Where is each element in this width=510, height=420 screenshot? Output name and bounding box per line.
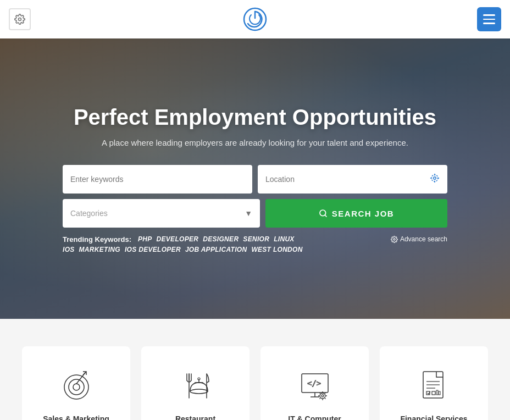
category-sales-marketing-label: Sales & Marketing [43,415,109,420]
category-financial-services[interactable]: Financial Services [380,346,488,420]
svg-point-0 [19,18,21,21]
search-area: Categories Sales & Marketing Restaurant … [63,165,447,228]
svg-point-12 [64,375,88,399]
svg-point-4 [431,175,438,181]
hero-section: Perfect Employment Opportunities A place… [0,38,510,319]
svg-line-37 [325,398,325,399]
category-it-computer[interactable]: </> IT & Computer [260,346,369,420]
svg-rect-48 [436,390,438,395]
svg-text:</>: </> [307,379,321,388]
categories-section: Sales & Marketing [0,319,510,420]
svg-point-21 [190,389,208,394]
trending-keyword-senior[interactable]: SENIOR [243,235,269,243]
finance-icon [414,366,454,406]
svg-line-39 [319,398,320,399]
search-icon [319,209,328,218]
hero-title: Perfect Employment Opportunities [33,104,477,130]
svg-point-31 [321,395,324,397]
trending-keyword-designer[interactable]: DESIGNER [203,235,239,243]
target-icon [57,366,96,406]
search-job-button[interactable]: SEARCH JOB [265,199,447,228]
svg-line-10 [325,215,326,217]
svg-point-13 [69,379,84,395]
location-input-wrap [258,165,447,194]
category-sales-marketing[interactable]: Sales & Marketing [22,346,130,420]
svg-point-3 [434,176,436,179]
search-row-2: Categories Sales & Marketing Restaurant … [63,199,447,228]
advance-search-label: Advance search [400,235,447,243]
keywords-input[interactable] [70,175,245,184]
search-button-label: SEARCH JOB [332,209,394,218]
svg-point-30 [320,393,325,399]
logo[interactable] [242,6,268,32]
menu-line [483,14,495,16]
computer-icon: </> [295,366,335,406]
menu-button[interactable] [477,7,501,31]
svg-point-24 [198,378,200,380]
gear-small-icon [391,236,398,243]
trending-row-1: Trending Keywords: PHP DEVELOPER DESIGNE… [63,235,447,244]
menu-line [483,23,495,24]
trending-keyword-php[interactable]: PHP [138,235,152,243]
search-row-1 [63,165,447,194]
keywords-input-wrap [63,165,252,194]
hero-subtitle: A place where leading employers are alre… [33,138,477,147]
trending-label: Trending Keywords: [63,235,131,244]
trending-keyword-marketing[interactable]: MARKETING [79,246,120,253]
svg-rect-47 [432,391,435,395]
advance-search-link[interactable]: Advance search [391,235,447,243]
categories-select-wrap: Categories Sales & Marketing Restaurant … [63,199,260,228]
category-financial-services-label: Financial Services [400,415,467,420]
trending-keyword-ios[interactable]: IOS [63,246,75,253]
trending-row-2: IOS MARKETING IOS DEVELOPER JOB APPLICAT… [63,246,447,253]
trending-keyword-west-london[interactable]: WEST LONDON [251,246,302,253]
categories-grid: Sales & Marketing [22,346,488,420]
gear-button[interactable] [9,8,31,30]
category-restaurant[interactable]: Restaurant [141,346,250,420]
location-input[interactable] [265,175,425,184]
trending-keyword-linux[interactable]: LINUX [274,235,295,243]
menu-line [483,19,495,20]
trending-keyword-developer[interactable]: DEVELOPER [157,235,199,243]
trending-keyword-ios-developer[interactable]: IOS DEVELOPER [125,246,181,253]
svg-rect-49 [439,391,440,395]
header [0,0,510,38]
hero-content: Perfect Employment Opportunities A place… [0,104,510,253]
restaurant-icon [176,366,215,406]
location-icon[interactable] [430,173,440,186]
categories-select[interactable]: Categories Sales & Marketing Restaurant … [70,209,252,218]
trending-keyword-job-application[interactable]: JOB APPLICATION [185,246,247,253]
svg-point-11 [393,238,395,240]
category-it-computer-label: IT & Computer [288,415,341,420]
svg-point-14 [73,384,80,390]
category-restaurant-label: Restaurant [175,415,215,420]
svg-line-16 [76,373,85,384]
